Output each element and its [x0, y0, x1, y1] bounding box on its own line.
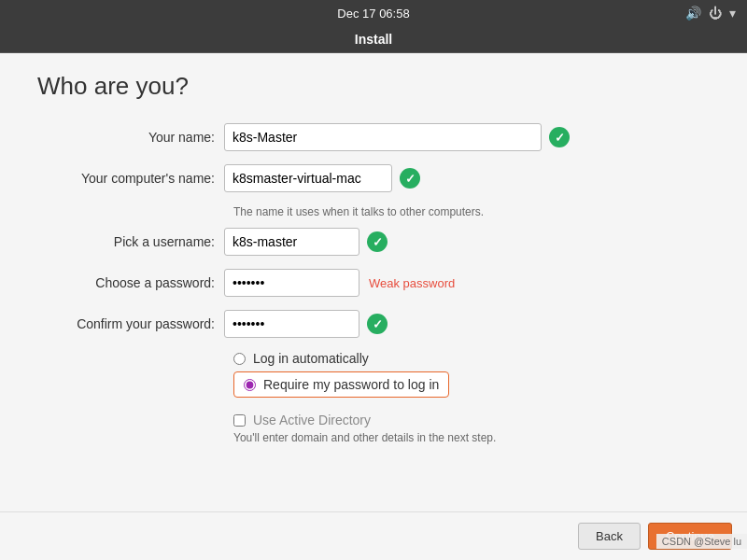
main-content: Who are you? Your name: Your computer's …	[0, 53, 747, 511]
bottom-bar: Back Continue	[0, 511, 747, 560]
watermark: CSDN @Steve lu	[656, 534, 747, 549]
confirm-password-input[interactable]	[224, 310, 359, 338]
window-title: Install	[355, 32, 392, 47]
computer-name-hint: The name it uses when it talks to other …	[233, 205, 710, 218]
form-area: Your name: Your computer's name: The nam…	[37, 123, 710, 444]
page-title: Who are you?	[37, 72, 710, 101]
require-password-row: Require my password to log in	[233, 371, 449, 398]
volume-icon[interactable]: 🔊	[685, 6, 701, 21]
your-name-row: Your name:	[37, 123, 710, 151]
computer-name-label: Your computer's name:	[37, 171, 224, 186]
computer-name-check-icon	[400, 168, 420, 189]
login-auto-row: Log in automatically	[233, 351, 710, 366]
datetime-display: Dec 17 06:58	[337, 7, 409, 21]
confirm-password-check-icon	[367, 314, 388, 334]
computer-name-row: Your computer's name:	[37, 164, 710, 192]
active-directory-row: Use Active Directory	[233, 413, 710, 427]
active-directory-checkbox[interactable]	[233, 414, 246, 427]
username-input[interactable]	[224, 228, 359, 256]
require-password-radio[interactable]	[244, 379, 256, 391]
login-options-group: Log in automatically Require my password…	[233, 351, 710, 403]
computer-name-input[interactable]	[224, 164, 392, 192]
active-directory-hint: You'll enter domain and other details in…	[233, 431, 710, 444]
password-label: Choose a password:	[37, 275, 224, 290]
top-bar: Dec 17 06:58 🔊 ⏻ ▾	[0, 0, 747, 26]
power-icon[interactable]: ⏻	[709, 6, 722, 21]
username-row: Pick a username:	[37, 228, 710, 256]
username-check-icon	[367, 231, 388, 252]
top-bar-right: 🔊 ⏻ ▾	[685, 6, 736, 21]
your-name-label: Your name:	[37, 130, 224, 145]
your-name-input[interactable]	[224, 123, 542, 151]
login-auto-label: Log in automatically	[253, 351, 369, 366]
back-button[interactable]: Back	[578, 523, 641, 550]
password-row: Choose a password: Weak password	[37, 269, 710, 297]
dropdown-icon[interactable]: ▾	[729, 6, 736, 21]
weak-password-label: Weak password	[369, 276, 455, 290]
login-auto-radio[interactable]	[233, 353, 246, 365]
your-name-check-icon	[549, 127, 570, 147]
password-input[interactable]	[224, 269, 359, 297]
confirm-password-label: Confirm your password:	[37, 316, 224, 331]
username-label: Pick a username:	[37, 234, 224, 249]
confirm-password-row: Confirm your password:	[37, 310, 710, 338]
active-directory-label: Use Active Directory	[253, 413, 371, 427]
title-bar: Install	[0, 26, 747, 53]
active-directory-group: Use Active Directory You'll enter domain…	[233, 413, 710, 444]
require-password-label: Require my password to log in	[263, 377, 439, 392]
